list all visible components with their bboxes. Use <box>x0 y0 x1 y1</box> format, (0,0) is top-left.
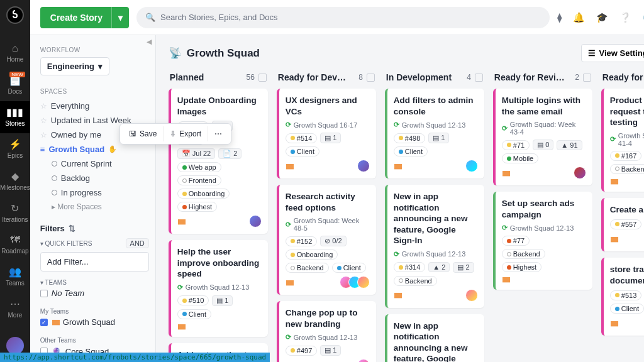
story-card[interactable]: Update Onboarding Images#399▤ 2⊘ 0/1📅 Ju… <box>169 89 268 234</box>
board: 📡 Growth Squad VIEW ☰ View Settings ▮▮ ≡… <box>156 35 644 362</box>
story-card[interactable]: Create a demo vid#557▤ 1▮▮▮ <box>601 198 644 252</box>
user-avatar[interactable] <box>6 337 24 354</box>
story-card[interactable]: Add filters to admin console⟳ Growth Squ… <box>385 89 484 178</box>
column-checkbox[interactable] <box>367 74 375 82</box>
nav-roadmap[interactable]: 🗺Roadmap <box>0 229 30 261</box>
story-card[interactable]: Research activity feed options⟳ Growth S… <box>277 185 376 295</box>
add-filter-button[interactable]: Add Filter... <box>40 252 149 272</box>
more-menu-button[interactable]: ⋯ <box>208 126 228 141</box>
view-settings-button[interactable]: ☰ View Settings <box>581 44 644 62</box>
grad-icon[interactable]: 🎓 <box>596 12 608 23</box>
space-in-progress[interactable]: In progress <box>40 185 149 200</box>
team-none[interactable]: No Team <box>40 286 149 300</box>
nav-home[interactable]: ⌂Home <box>0 38 30 69</box>
space-backlog[interactable]: Backlog <box>40 171 149 185</box>
export-icon: ⇩ <box>170 129 176 138</box>
space-context-menu: 🖫Save ⇩Export ⋯ <box>119 123 231 145</box>
bolt-icon[interactable]: ⧫ <box>557 12 562 23</box>
app-logo[interactable] <box>6 6 24 24</box>
nav-more[interactable]: ⋯More <box>0 293 30 325</box>
save-icon: 🖫 <box>129 129 136 138</box>
story-card[interactable]: Change pop up to new branding⟳ Growth Sq… <box>277 301 376 362</box>
column-header: Ready for Dev…8 <box>277 69 376 89</box>
search-input[interactable]: 🔍 Search Stories, Epics, and Docs <box>136 7 550 28</box>
create-dropdown-caret[interactable]: ▾ <box>111 7 129 28</box>
space-everything[interactable]: ☆Everything <box>40 99 149 113</box>
workflow-select[interactable]: Engineering▾ <box>40 57 109 75</box>
page-title: 📡 Growth Squad <box>169 47 260 60</box>
nav-rail: ⌂HomeNEW📄Docs▮▮▮Stories⚡Epics◆Milestones… <box>0 0 30 362</box>
story-card[interactable]: Help the user improve onboarding speed⟳ … <box>169 240 268 337</box>
filter-icon: ⇅ <box>69 224 75 233</box>
story-card[interactable]: New in app notification announcing a new… <box>385 314 484 362</box>
search-icon: 🔍 <box>145 13 155 22</box>
column-header: In Development4 <box>385 69 484 89</box>
story-card[interactable]: New in app notification announcing a new… <box>385 185 484 308</box>
export-button[interactable]: ⇩Export <box>164 126 208 141</box>
story-card[interactable]: Set up search ads campaign⟳ Growth Squad… <box>493 192 592 290</box>
nav-teams[interactable]: 👥Teams <box>0 261 30 293</box>
more-spaces[interactable]: ▸ More Spaces <box>40 200 149 214</box>
and-toggle[interactable]: AND <box>126 238 149 248</box>
nav-milestones[interactable]: ◆Milestones <box>0 165 30 197</box>
topbar: Create Story ▾ 🔍 Search Stories, Epics, … <box>30 0 644 35</box>
rss-icon: 📡 <box>169 47 182 60</box>
column-checkbox[interactable] <box>258 74 267 82</box>
story-card[interactable]: Product feature request template - testi… <box>601 89 644 192</box>
column-header: Planned56 <box>169 69 268 89</box>
story-card[interactable]: store travel documents#513▤ 1Client▮▮▮ <box>601 258 644 336</box>
help-icon[interactable]: ❔ <box>619 12 631 23</box>
column-header: Ready for Depl…3 <box>601 69 644 89</box>
column-checkbox[interactable] <box>475 74 483 82</box>
filters-heading: Filters ⇅ <box>40 224 149 233</box>
status-bar-url: https://app.shortcut.com/frobots/stories… <box>0 353 270 362</box>
save-button[interactable]: 🖫Save <box>123 126 164 141</box>
story-card[interactable]: UX designers and VCs⟳ Growth Squad 16-17… <box>277 89 376 178</box>
nav-iterations[interactable]: ↻Iterations <box>0 197 30 229</box>
column-header: Ready for Revi…2 <box>493 69 592 89</box>
team-growth-squad[interactable]: ✓▮▮▮Growth Squad <box>40 315 149 329</box>
bell-icon[interactable]: 🔔 <box>573 12 585 23</box>
collapse-sidebar-icon[interactable]: ◀ <box>147 38 152 46</box>
nav-docs[interactable]: NEW📄Docs <box>0 69 30 101</box>
column-checkbox[interactable] <box>583 74 591 82</box>
sidebar: ◀ WORKFLOW Engineering▾ SPACES ☆Everythi… <box>30 35 156 362</box>
story-card[interactable]: Multiple logins with the same email⟳ Gro… <box>493 89 592 185</box>
nav-stories[interactable]: ▮▮▮Stories <box>0 101 30 133</box>
create-story-button[interactable]: Create Story ▾ <box>40 7 129 28</box>
nav-epics[interactable]: ⚡Epics <box>0 133 30 165</box>
chevron-down-icon: ▾ <box>98 62 103 71</box>
space-current-sprint[interactable]: Current Sprint <box>40 156 149 171</box>
